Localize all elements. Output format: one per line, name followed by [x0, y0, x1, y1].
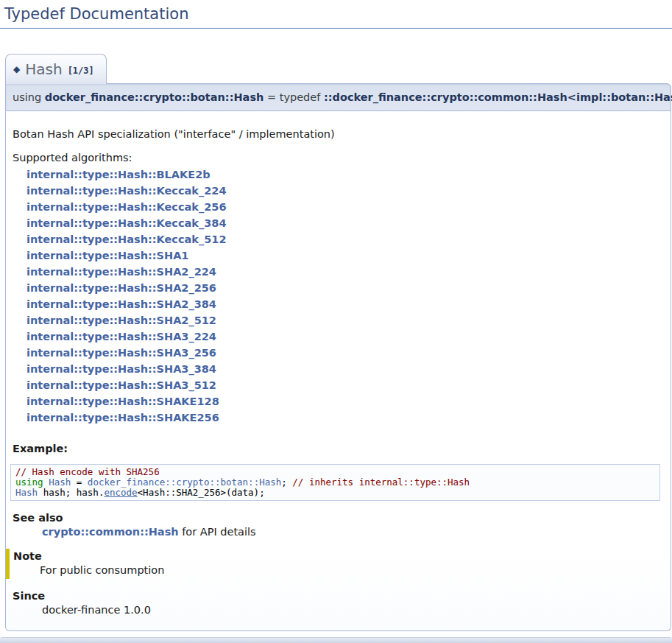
footer-bar — [0, 637, 672, 643]
algorithm-link[interactable]: internal::type::Hash::SHA2_384 — [26, 296, 663, 312]
see-also-label: See also — [13, 512, 663, 524]
algorithm-link[interactable]: internal::type::Hash::SHAKE256 — [26, 410, 663, 426]
algorithm-link[interactable]: internal::type::Hash::SHA1 — [26, 247, 663, 264]
see-also-link[interactable]: crypto::common::Hash — [42, 526, 179, 538]
member-name: Hash — [25, 60, 62, 78]
member-item: using docker_finance::crypto::botan::Has… — [5, 83, 671, 631]
code-link[interactable]: encode — [104, 487, 137, 498]
algorithm-link[interactable]: internal::type::Hash::Keccak_256 — [26, 199, 663, 215]
algorithm-link[interactable]: internal::type::Hash::SHA2_512 — [26, 312, 663, 328]
see-also-text: for API details — [179, 526, 256, 538]
algorithm-link[interactable]: internal::type::Hash::BLAKE2b — [26, 166, 663, 183]
code-block: // Hash encode with SHA256using Hash = d… — [10, 464, 660, 501]
member-tab: ◆Hash[1/3] — [5, 54, 107, 84]
code-link[interactable]: Hash — [49, 477, 71, 488]
algorithm-link[interactable]: internal::type::Hash::SHA3_224 — [26, 328, 663, 345]
algorithms-label: Supported algorithms: — [13, 152, 663, 164]
code-token: using — [15, 477, 43, 488]
overload-badge: [1/3] — [68, 66, 94, 76]
code-token: ; — [281, 477, 292, 488]
algorithm-link[interactable]: internal::type::Hash::SHAKE128 — [26, 393, 663, 410]
algorithm-link[interactable]: internal::type::Hash::SHA3_256 — [26, 345, 663, 361]
code-line: using Hash = docker_finance::crypto::bot… — [15, 477, 655, 488]
algorithm-link[interactable]: internal::type::Hash::Keccak_224 — [26, 183, 663, 199]
algorithm-link[interactable]: internal::type::Hash::SHA3_512 — [26, 377, 663, 393]
code-token: hash; hash. — [38, 487, 104, 498]
declaration-prefix: using — [13, 91, 45, 103]
algorithm-link[interactable]: internal::type::Hash::SHA2_224 — [26, 264, 663, 280]
code-link[interactable]: Hash — [15, 487, 38, 498]
algorithm-link[interactable]: internal::type::Hash::SHA3_384 — [26, 361, 663, 377]
code-token: // Hash encode with SHA256 — [15, 466, 160, 477]
algorithm-link[interactable]: internal::type::Hash::Keccak_384 — [26, 215, 663, 231]
example-label: Example: — [13, 443, 663, 454]
code-link[interactable]: docker_finance::crypto::botan::Hash — [88, 477, 281, 488]
note-label: Note — [13, 550, 663, 562]
code-token: // inherits internal::type::Hash — [292, 477, 470, 488]
code-line: // Hash encode with SHA256 — [15, 467, 655, 477]
member-declaration: using docker_finance::crypto::botan::Has… — [5, 83, 671, 111]
member-documentation: Botan Hash API specialization ("interfac… — [5, 111, 671, 631]
since-text: docker-finance 1.0.0 — [42, 604, 663, 616]
since-section: Since docker-finance 1.0.0 — [13, 590, 663, 616]
since-label: Since — [13, 590, 663, 602]
see-also-section: See also crypto::common::Hash for API de… — [13, 512, 663, 538]
anchor-diamond-icon[interactable]: ◆ — [13, 64, 20, 74]
algorithm-link[interactable]: internal::type::Hash::Keccak_512 — [26, 231, 663, 247]
note-text: For public consumption — [40, 564, 663, 576]
declaration-type: ::docker_finance::crypto::common::Hash<i… — [324, 91, 672, 103]
algorithm-link[interactable]: internal::type::Hash::SHA2_256 — [26, 280, 663, 296]
note-section: Note For public consumption — [6, 549, 663, 579]
declaration-middle: = typedef — [264, 91, 324, 103]
algorithm-list: internal::type::Hash::BLAKE2binternal::t… — [13, 166, 663, 426]
code-token: = — [71, 477, 88, 488]
code-line: Hash hash; hash.encode<Hash::SHA2_256>(d… — [15, 488, 655, 498]
page-title: Typedef Documentation — [0, 0, 672, 29]
code-token: <Hash::SHA2_256>(data); — [138, 487, 265, 498]
member-description: Botan Hash API specialization ("interfac… — [13, 128, 663, 140]
typedef-documentation-page: Typedef Documentation ◆Hash[1/3] using d… — [0, 0, 672, 643]
declaration-name: docker_finance::crypto::botan::Hash — [45, 91, 264, 103]
